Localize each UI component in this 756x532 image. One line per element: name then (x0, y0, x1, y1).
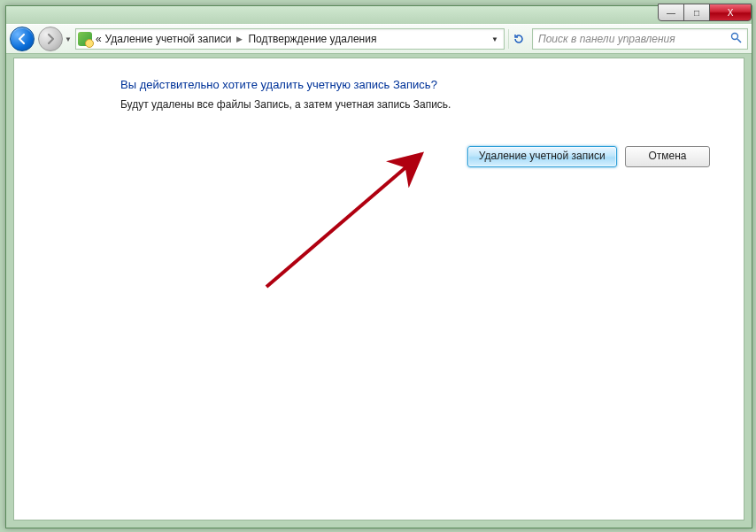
svg-line-2 (266, 154, 421, 287)
address-bar[interactable]: « Удаление учетной записи ▶ Подтверждени… (75, 28, 505, 50)
search-placeholder: Поиск в панели управления (538, 33, 675, 45)
breadcrumb-chevrons: « (96, 33, 102, 45)
back-button[interactable] (10, 27, 35, 51)
page-heading: Вы действительно хотите удалить учетную … (120, 78, 719, 91)
annotation-arrow-icon (258, 145, 444, 296)
control-panel-icon (78, 32, 92, 46)
breadcrumb-separator-icon: ▶ (235, 35, 244, 43)
nav-toolbar: ▼ « Удаление учетной записи ▶ Подтвержде… (6, 24, 752, 54)
nav-history-dropdown-icon[interactable]: ▼ (65, 35, 72, 43)
delete-account-button[interactable]: Удаление учетной записи (467, 146, 617, 167)
refresh-button[interactable] (508, 29, 528, 49)
svg-line-1 (737, 39, 741, 42)
page-description: Будут удалены все файлы Запись, а затем … (120, 98, 719, 111)
breadcrumb-part-1[interactable]: Удаление учетной записи (105, 33, 232, 45)
search-input[interactable]: Поиск в панели управления (532, 28, 748, 50)
address-dropdown-icon[interactable]: ▼ (488, 35, 502, 43)
minimize-button[interactable]: — (658, 4, 684, 21)
window-controls: — □ X (659, 4, 752, 21)
button-row: Удаление учетной записи Отмена (120, 146, 719, 167)
svg-point-0 (732, 34, 738, 40)
forward-button[interactable] (38, 27, 63, 51)
maximize-button[interactable]: □ (683, 4, 710, 21)
explorer-window: — □ X ▼ « Удаление учетной записи ▶ Подт… (5, 5, 752, 528)
close-button[interactable]: X (709, 4, 752, 21)
search-icon[interactable] (730, 32, 742, 46)
titlebar[interactable]: — □ X (6, 6, 752, 24)
content-pane: Вы действительно хотите удалить учетную … (13, 58, 744, 520)
breadcrumb-part-2[interactable]: Подтверждение удаления (248, 33, 376, 45)
cancel-button[interactable]: Отмена (625, 146, 710, 167)
